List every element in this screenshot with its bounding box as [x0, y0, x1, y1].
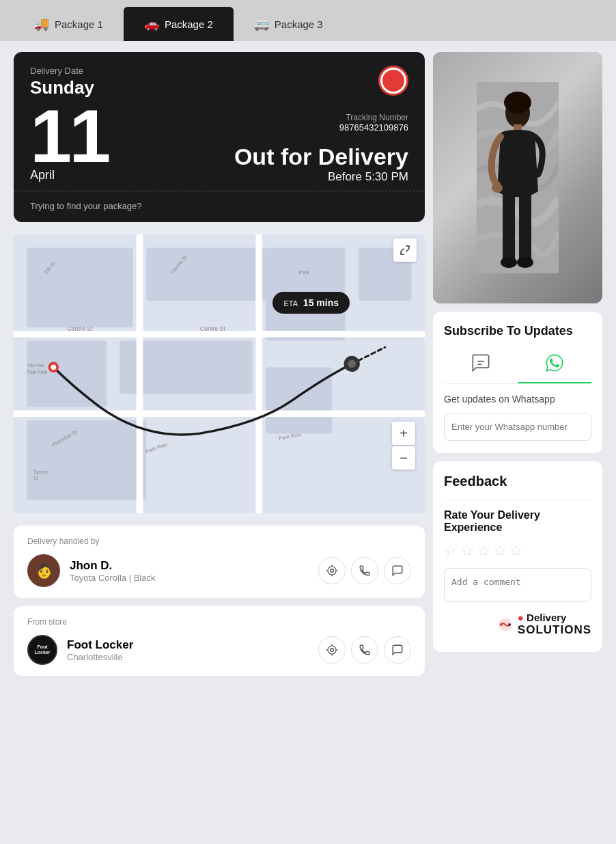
star-2[interactable]: ☆ [460, 542, 474, 560]
store-message-button[interactable] [384, 636, 411, 664]
tab-package2-label: Package 2 [165, 18, 213, 30]
svg-rect-47 [503, 193, 515, 261]
store-card: From store FootLocker Foot Locker Charlo… [14, 606, 425, 676]
svg-point-36 [331, 649, 334, 652]
tab-package2[interactable]: 🚗 Package 2 [124, 7, 234, 41]
agent-card: Delivery handled by 🧑 Jhon D. Toyota Cor… [14, 526, 425, 598]
svg-point-29 [348, 360, 356, 368]
svg-point-49 [501, 257, 517, 268]
delivery-date-label: Delivery Date [30, 66, 94, 76]
agent-location-button[interactable] [318, 557, 346, 584]
eta-bubble: ETA 15 mins [272, 292, 350, 314]
map-svg: Centre St Centre St Frankfort St Park Ro… [14, 230, 425, 517]
svg-point-55 [508, 623, 511, 626]
store-message-icon [391, 644, 404, 656]
svg-point-31 [328, 567, 336, 575]
package2-icon: 🚗 [144, 16, 159, 31]
tab-package3[interactable]: 🚐 Package 3 [234, 7, 344, 41]
tab-bar: 🚚 Package 1 🚗 Package 2 🚐 Package 3 [0, 0, 616, 41]
rate-title: Rate Your Delivery Experience [444, 509, 591, 534]
subscribe-description: Get updates on Whatsapp [444, 394, 591, 405]
star-5[interactable]: ☆ [509, 542, 523, 560]
svg-text:City Hall: City Hall [27, 363, 44, 368]
store-location-button[interactable] [318, 636, 346, 664]
svg-text:St: St [33, 476, 38, 480]
location-icon [326, 564, 338, 577]
sms-tab[interactable] [444, 348, 518, 383]
svg-rect-3 [146, 248, 266, 301]
svg-text:Park: Park [299, 269, 310, 275]
find-package-text: Trying to find your package? [30, 191, 408, 222]
agent-header: Delivery handled by [27, 536, 411, 546]
star-rating: ☆ ☆ ☆ ☆ ☆ [444, 542, 591, 560]
agent-info: 🧑 Jhon D. Toyota Corolla | Black [27, 554, 411, 587]
map-container: Centre St Centre St Frankfort St Park Ro… [14, 230, 425, 517]
brand-text: ● Delivery SOLUTIONS [518, 612, 591, 637]
delivery-logo [378, 66, 408, 96]
package3-icon: 🚐 [254, 16, 269, 31]
agent-call-button[interactable] [351, 557, 378, 584]
star-4[interactable]: ☆ [493, 542, 507, 560]
person-illustration [477, 82, 559, 273]
eta-label: ETA [283, 299, 298, 308]
svg-point-27 [51, 364, 56, 370]
svg-point-30 [331, 569, 334, 573]
main-content: Delivery Date Sunday 11 April Tracking N… [0, 41, 616, 687]
store-info: FootLocker Foot Locker Charlottesville [27, 635, 411, 665]
agent-vehicle: Toyota Corolla | Black [70, 573, 156, 583]
store-logo: FootLocker [27, 635, 57, 665]
svg-text:Spruce: Spruce [33, 469, 48, 475]
svg-rect-6 [27, 420, 146, 500]
tab-package3-label: Package 3 [275, 18, 323, 30]
tracking-label: Tracking Number [234, 113, 408, 122]
store-call-button[interactable] [351, 636, 378, 664]
subscribe-card: Subscribe To Updates Get updates on [433, 312, 602, 453]
store-location: Charlottesville [67, 652, 133, 662]
zoom-in-button[interactable]: + [392, 422, 415, 445]
map-zoom-controls: + − [392, 422, 415, 469]
zoom-out-button[interactable]: − [392, 446, 415, 469]
store-phone-icon [359, 644, 371, 656]
tab-package1-label: Package 1 [55, 18, 103, 30]
eta-value: 15 mins [303, 297, 339, 308]
expand-icon [400, 245, 410, 256]
feedback-title: Feedback [444, 474, 591, 500]
tab-package1[interactable]: 🚚 Package 1 [14, 7, 124, 41]
svg-rect-48 [519, 193, 531, 261]
sms-icon [471, 353, 490, 372]
agent-avatar: 🧑 [27, 554, 60, 587]
whatsapp-tab[interactable] [518, 348, 591, 383]
feedback-card: Feedback Rate Your Delivery Experience ☆… [433, 461, 602, 652]
agent-actions [318, 557, 411, 584]
svg-point-50 [517, 257, 533, 268]
agent-name: Jhon D. [70, 559, 156, 573]
left-column: Delivery Date Sunday 11 April Tracking N… [14, 52, 425, 676]
store-actions [318, 636, 411, 664]
star-3[interactable]: ☆ [477, 542, 490, 560]
svg-point-44 [504, 92, 531, 113]
package1-icon: 🚚 [34, 16, 49, 31]
delivery-status: Out for Delivery [234, 144, 408, 170]
delivery-time: Before 5:30 PM [234, 170, 408, 184]
svg-text:Park Path: Park Path [27, 370, 47, 375]
svg-point-37 [328, 646, 336, 654]
svg-rect-2 [27, 248, 132, 328]
message-icon [391, 564, 404, 577]
whatsapp-number-input[interactable] [444, 413, 591, 441]
subscribe-tabs [444, 348, 591, 384]
tracking-number: 98765432109876 [234, 122, 408, 133]
agent-message-button[interactable] [384, 557, 411, 584]
promo-photo [433, 52, 602, 303]
brand-footer: ● Delivery SOLUTIONS [444, 605, 591, 640]
store-location-icon [326, 644, 338, 656]
comment-input[interactable] [444, 568, 591, 602]
svg-rect-9 [266, 367, 332, 433]
delivery-date-number: 11 [30, 98, 108, 174]
whatsapp-icon [545, 353, 564, 372]
map-expand-button[interactable] [393, 239, 417, 262]
subscribe-title: Subscribe To Updates [444, 324, 591, 338]
right-column: Subscribe To Updates Get updates on [433, 52, 602, 676]
svg-text:Centre St: Centre St [68, 325, 93, 332]
brand-logo-icon [497, 616, 514, 633]
star-1[interactable]: ☆ [444, 542, 458, 560]
